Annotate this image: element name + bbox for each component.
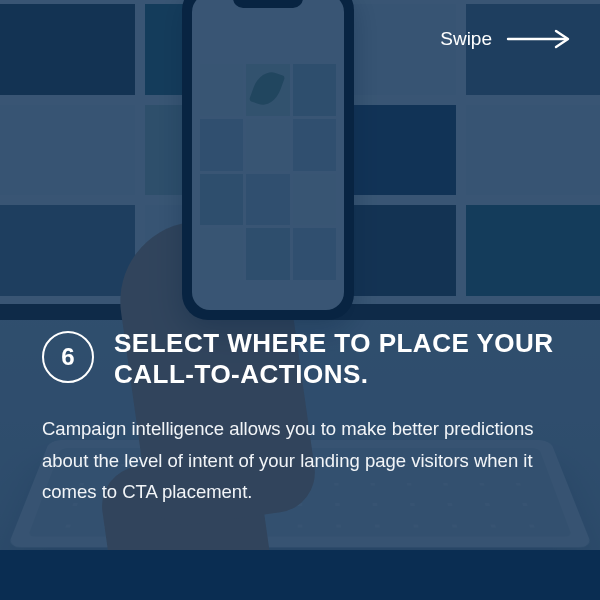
content-section: 6 SELECT WHERE TO PLACE YOUR CALL-TO-ACT… <box>42 328 560 508</box>
swipe-label: Swipe <box>440 28 492 50</box>
swipe-cta[interactable]: Swipe <box>440 28 572 50</box>
step-title: SELECT WHERE TO PLACE YOUR CALL-TO-ACTIO… <box>114 328 560 389</box>
step-body: Campaign intelligence allows you to make… <box>42 413 560 507</box>
step-number: 6 <box>61 343 74 371</box>
slide-card: Swipe 6 SELECT WHERE TO PLACE YOUR CALL-… <box>0 0 600 600</box>
arrow-right-icon <box>506 29 572 49</box>
step-number-badge: 6 <box>42 331 94 383</box>
